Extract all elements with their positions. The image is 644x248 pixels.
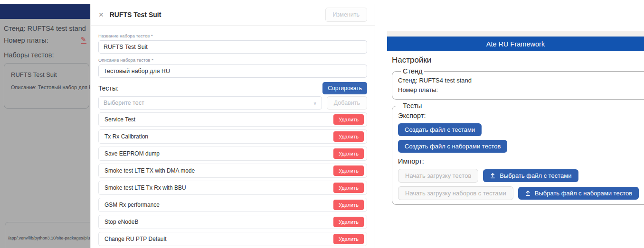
delete-test-button[interactable]: Удалить bbox=[333, 114, 364, 125]
delete-test-button[interactable]: Удалить bbox=[333, 234, 364, 244]
delete-test-button[interactable]: Удалить bbox=[333, 148, 364, 159]
test-select-row: Выберите тест ∨ Добавить bbox=[98, 96, 367, 110]
close-icon[interactable]: ✕ bbox=[98, 11, 104, 18]
app-title: Ate RU Framework bbox=[486, 40, 545, 48]
delete-test-button[interactable]: Удалить bbox=[333, 217, 364, 227]
test-name: GSM Rx performance bbox=[104, 202, 160, 208]
choose-file-suites-button[interactable]: Выбрать файл с наборами тестов bbox=[518, 187, 639, 200]
sort-button[interactable]: Сортировать bbox=[322, 82, 367, 94]
export-tests-button[interactable]: Создать файл с тестами bbox=[398, 123, 482, 136]
import-tests-row: Начать загрузку тестов Выбрать файл с те… bbox=[398, 169, 644, 183]
choose-file-suites-label: Выбрать файл с наборами тестов bbox=[535, 190, 632, 197]
delete-test-button[interactable]: Удалить bbox=[333, 200, 364, 210]
edit-button[interactable]: Изменить bbox=[325, 8, 367, 22]
tests-fieldset: Тесты Экспорт: Создать файл с тестами Со… bbox=[392, 102, 644, 205]
test-select-placeholder: Выберите тест bbox=[104, 100, 313, 106]
import-label: Импорт: bbox=[398, 157, 644, 165]
left-top-strip bbox=[0, 0, 90, 4]
test-row: Smoke test LTE TX with DMA mode Удалить bbox=[98, 164, 367, 178]
test-name: Stop eNodeB bbox=[104, 219, 138, 225]
upload-icon bbox=[490, 173, 496, 179]
test-row: Service Test Удалить bbox=[98, 112, 367, 127]
add-test-button[interactable]: Добавить bbox=[327, 96, 367, 110]
app-header: Ate RU Framework bbox=[387, 37, 644, 51]
test-name: Smoke test LTE TX with DMA mode bbox=[104, 167, 195, 174]
stand-label: Стенд: RUFTS4 test stand bbox=[4, 25, 86, 32]
test-row: GSM Rx performance Удалить bbox=[98, 198, 367, 212]
left-divider bbox=[0, 216, 90, 216]
board-number-label: Номер платы: bbox=[4, 37, 48, 44]
stand-fieldset: Стенд Стенд: RUFTS4 test stand Номер пла… bbox=[392, 67, 644, 100]
delete-test-button[interactable]: Удалить bbox=[333, 131, 364, 142]
test-suites-label: Наборы тестов: bbox=[4, 51, 54, 59]
export-label: Экспорт: bbox=[398, 112, 644, 119]
suite-description-input[interactable] bbox=[98, 64, 367, 78]
suite-card[interactable]: RUFTS Test Suit Описание: Тестовый набор… bbox=[4, 63, 89, 109]
export-suites-button[interactable]: Создать файл с наборами тестов bbox=[398, 140, 507, 153]
right-panel: Ate RU Framework Настройки Стенд Стенд: … bbox=[387, 0, 644, 248]
suite-name-label: Название набора тестов * bbox=[98, 33, 367, 38]
log-path-text: /app/.venv/lib/python3.10/site-packages/… bbox=[8, 236, 95, 240]
start-upload-tests-button[interactable]: Начать загрузку тестов bbox=[398, 169, 478, 183]
left-panel: Стенд: RUFTS4 test stand Номер платы: ✎ … bbox=[0, 0, 90, 248]
test-row: Save EEPROM dump Удалить bbox=[98, 147, 367, 161]
suite-card-title: RUFTS Test Suit bbox=[11, 71, 57, 78]
modal-title: RUFTS Test Suit bbox=[110, 11, 325, 18]
chevron-down-icon: ∨ bbox=[313, 101, 316, 106]
delete-test-button[interactable]: Удалить bbox=[333, 165, 364, 176]
modal-header: ✕ RUFTS Test Suit Изменить bbox=[91, 4, 375, 26]
test-row: Change RU PTP Default Удалить bbox=[98, 232, 367, 246]
left-navbar bbox=[0, 4, 90, 19]
suite-name-input[interactable] bbox=[98, 40, 367, 54]
delete-test-button[interactable]: Удалить bbox=[333, 183, 364, 193]
test-suite-modal: ✕ RUFTS Test Suit Изменить Название набо… bbox=[90, 4, 375, 248]
test-name: Save EEPROM dump bbox=[104, 150, 160, 157]
upload-icon bbox=[525, 190, 531, 196]
modal-body: Название набора тестов * Описание набора… bbox=[91, 26, 375, 246]
settings-title: Настройки bbox=[392, 55, 644, 65]
test-name: Smoke test LTE Tx Rx with BBU bbox=[104, 184, 186, 191]
right-top-strip bbox=[387, 31, 644, 37]
choose-file-tests-button[interactable]: Выбрать файл с тестами bbox=[483, 169, 578, 182]
start-upload-suites-button[interactable]: Начать загрузку наборов с тестами bbox=[398, 186, 513, 200]
suite-card-description: Описание: Тестовый набор для RU bbox=[11, 84, 96, 90]
tests-heading: Тесты: bbox=[98, 84, 119, 92]
test-row: Stop eNodeB Удалить bbox=[98, 215, 367, 229]
tests-legend: Тесты bbox=[401, 102, 424, 110]
suite-description-label: Описание набора тестов * bbox=[98, 57, 367, 63]
import-suites-row: Начать загрузку наборов с тестами Выбрат… bbox=[398, 186, 644, 200]
choose-file-tests-label: Выбрать файл с тестами bbox=[500, 172, 571, 179]
test-select[interactable]: Выберите тест ∨ bbox=[98, 96, 322, 110]
tests-header-row: Тесты: Сортировать bbox=[98, 83, 367, 94]
test-name: Service Test bbox=[104, 116, 135, 123]
test-name: Change RU PTP Default bbox=[104, 236, 167, 242]
stand-legend: Стенд bbox=[401, 67, 424, 75]
app-root: Стенд: RUFTS4 test stand Номер платы: ✎ … bbox=[0, 0, 644, 248]
stand-info-line: Стенд: RUFTS4 test stand bbox=[398, 76, 644, 85]
test-name: Tx Rx Calibration bbox=[104, 133, 148, 140]
test-row: Tx Rx Calibration Удалить bbox=[98, 129, 367, 144]
edit-pencil-icon[interactable]: ✎ bbox=[81, 36, 86, 44]
settings-content: Настройки Стенд Стенд: RUFTS4 test stand… bbox=[392, 51, 644, 205]
board-info-line: Номер платы: bbox=[398, 85, 644, 95]
test-row: Smoke test LTE Tx Rx with BBU Удалить bbox=[98, 181, 367, 195]
